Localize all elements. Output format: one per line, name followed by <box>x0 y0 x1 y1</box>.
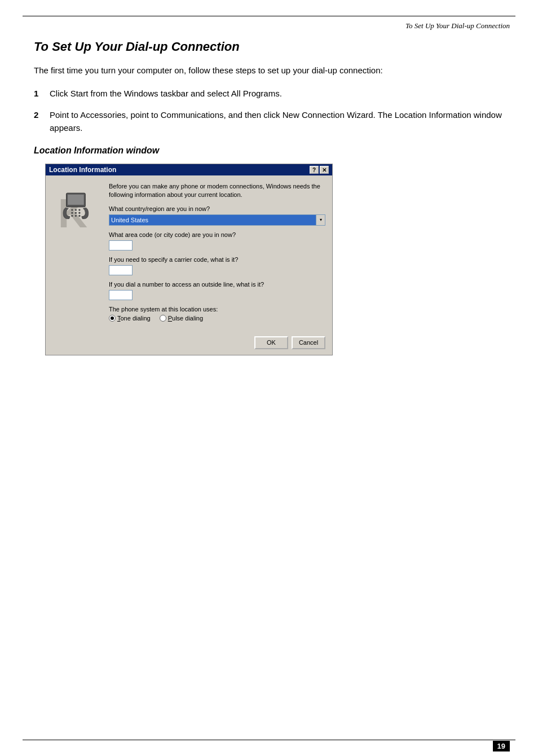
bottom-rule <box>23 740 515 740</box>
dialog-screenshot: Location Information ? ✕ <box>45 164 333 355</box>
intro-paragraph: The first time you turn your computer on… <box>34 64 510 77</box>
dialing-radio-group: Tone dialing Pulse dialing <box>109 315 325 322</box>
header-text: To Set Up Your Dial-up Connection <box>405 21 510 30</box>
outside-line-input[interactable] <box>109 290 133 300</box>
step-2-text: Point to Accessories, point to Communica… <box>50 109 510 134</box>
tone-label-text: one dialing <box>121 315 151 322</box>
tone-dialing-option[interactable]: Tone dialing <box>109 315 151 322</box>
svg-point-7 <box>71 212 73 214</box>
carrier-code-label: If you need to specify a carrier code, w… <box>109 256 325 263</box>
outside-line-label: If you dial a number to access an outsid… <box>109 281 325 288</box>
country-select[interactable]: United States ▾ <box>109 214 325 226</box>
svg-rect-3 <box>68 195 84 205</box>
content-area: To Set Up Your Dial-up Connection The fi… <box>34 39 510 355</box>
step-1: 1 Click Start from the Windows taskbar a… <box>34 87 510 100</box>
area-code-label: What area code (or city code) are you in… <box>109 231 325 238</box>
pulse-underline-P: P <box>168 315 172 322</box>
page-header: To Set Up Your Dial-up Connection <box>405 21 510 30</box>
steps-list: 1 Click Start from the Windows taskbar a… <box>34 87 510 135</box>
page-number: 19 <box>493 741 510 751</box>
step-1-text: Click Start from the Windows taskbar and… <box>50 87 510 100</box>
pulse-dialing-option[interactable]: Pulse dialing <box>160 315 203 322</box>
step-2: 2 Point to Accessories, point to Communi… <box>34 109 510 134</box>
svg-point-8 <box>75 212 77 214</box>
pulse-radio-button[interactable] <box>160 315 166 322</box>
dialog-titlebar: Location Information ? ✕ <box>46 164 332 175</box>
top-rule <box>23 16 515 16</box>
step-2-num: 2 <box>34 109 50 134</box>
phone-icon: K <box>52 182 103 233</box>
dialog-form: Before you can make any phone or modem c… <box>109 182 325 327</box>
dialog-button-row: OK Cancel <box>46 334 332 355</box>
page: To Set Up Your Dial-up Connection To Set… <box>0 0 538 756</box>
svg-point-10 <box>71 215 73 217</box>
country-value: United States <box>109 215 316 225</box>
section-title: To Set Up Your Dial-up Connection <box>34 39 510 54</box>
tone-radio-dot <box>111 317 114 320</box>
step-1-num: 1 <box>34 87 50 100</box>
help-button[interactable]: ? <box>310 166 319 174</box>
area-code-input[interactable] <box>109 240 133 250</box>
ok-button[interactable]: OK <box>254 336 288 349</box>
svg-point-11 <box>75 215 77 217</box>
cancel-button[interactable]: Cancel <box>292 336 325 349</box>
svg-point-4 <box>71 209 73 210</box>
subsection-title: Location Information window <box>34 146 510 156</box>
svg-point-12 <box>78 215 80 217</box>
dialog-intro-text: Before you can make any phone or modem c… <box>109 182 325 200</box>
dropdown-arrow-icon[interactable]: ▾ <box>316 215 325 225</box>
country-select-row[interactable]: United States ▾ <box>109 214 325 226</box>
svg-point-9 <box>78 212 80 214</box>
phone-system-label: The phone system at this location uses: <box>109 306 325 313</box>
close-button[interactable]: ✕ <box>320 166 329 174</box>
svg-point-5 <box>75 209 77 210</box>
country-label: What country/region are you in now? <box>109 205 325 212</box>
titlebar-buttons: ? ✕ <box>310 166 329 174</box>
pulse-label: Pulse dialing <box>168 315 203 322</box>
carrier-code-input[interactable] <box>109 265 133 275</box>
dialog-body: K <box>46 175 332 334</box>
tone-label: Tone dialing <box>117 315 151 322</box>
dialog-title: Location Information <box>49 166 116 174</box>
tone-radio-button[interactable] <box>109 315 116 322</box>
svg-point-6 <box>78 209 80 210</box>
phone-icon-area: K <box>52 182 103 233</box>
pulse-label-text: ulse dialing <box>172 315 203 322</box>
